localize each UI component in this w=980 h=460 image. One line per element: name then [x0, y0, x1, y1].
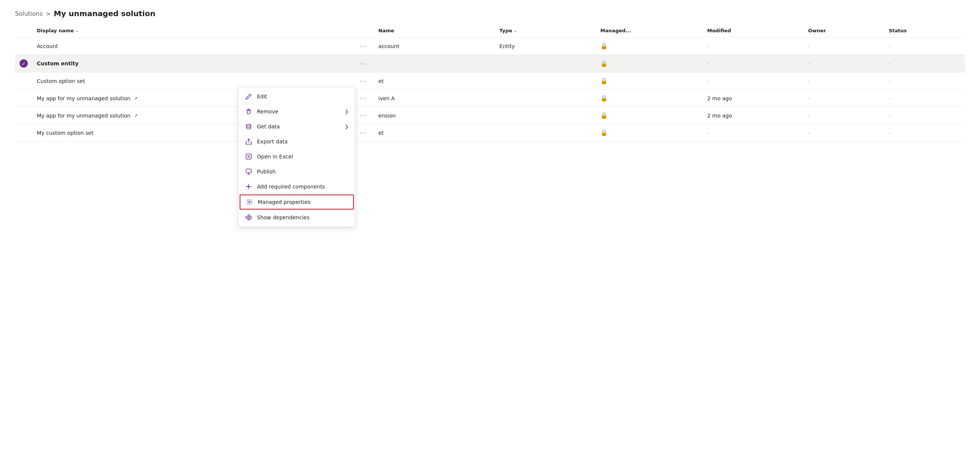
lock-icon-my-custom-option-set: 🔒 — [600, 129, 608, 136]
menu-item-managed-properties[interactable]: Managed properties — [240, 195, 354, 209]
col-header-name: Name — [374, 24, 495, 38]
row-type-my-app-2 — [495, 107, 596, 124]
row-dots-custom-option-set[interactable]: ⋯ — [355, 73, 374, 90]
sort-display-name[interactable]: Display name ⌄ — [37, 28, 79, 33]
external-link-icon-my-app-1: ↗ — [134, 96, 138, 102]
menu-item-edit[interactable]: Edit — [239, 89, 355, 104]
menu-item-export-data[interactable]: Export data — [239, 134, 355, 149]
table-row[interactable]: My custom option set ⋯ et 🔒 - - - — [15, 124, 965, 141]
sort-arrow-type: ⌄ — [514, 28, 517, 33]
col-header-type[interactable]: Type ⌄ — [495, 24, 596, 38]
row-owner-my-custom-option-set: - — [803, 124, 884, 141]
row-type-my-custom-option-set — [495, 124, 596, 141]
context-menu-trigger-my-app-1[interactable]: ⋯ — [360, 94, 367, 102]
menu-item-publish[interactable]: Publish — [239, 164, 355, 179]
col-header-check — [15, 24, 32, 38]
table-body: Account ⋯ account Entity 🔒 - - - ✓ — [15, 38, 965, 141]
row-display-name-custom-entity: Custom entity — [32, 55, 355, 73]
table-row[interactable]: My app for my unmanaged solution ↗ ⋯ ive… — [15, 90, 965, 107]
publish-icon — [245, 168, 253, 175]
menu-item-open-excel[interactable]: Open in Excel — [239, 149, 355, 164]
menu-item-remove[interactable]: Remove ❯ — [239, 104, 355, 119]
solutions-table: Display name ⌄ Name Type ⌄ Managed... — [15, 24, 965, 141]
row-check-custom-option-set — [15, 73, 32, 90]
menu-label-managed-properties: Managed properties — [258, 199, 348, 205]
row-name-my-custom-option-set: et — [374, 124, 495, 141]
arrow-icon-get-data: ❯ — [345, 124, 348, 129]
row-managed-my-app-2: 🔒 — [596, 107, 703, 124]
row-modified-my-custom-option-set: - — [703, 124, 804, 141]
lock-icon-custom-option-set: 🔒 — [600, 77, 608, 84]
row-check-custom-entity: ✓ — [15, 55, 32, 73]
row-dots-my-custom-option-set[interactable]: ⋯ — [355, 124, 374, 141]
row-display-name-account: Account — [32, 38, 355, 55]
row-managed-custom-entity: 🔒 — [596, 55, 703, 73]
context-menu-trigger-account[interactable]: ⋯ — [360, 42, 367, 50]
row-dots-custom-entity[interactable]: ⋯ — [355, 55, 374, 73]
menu-label-remove: Remove — [257, 108, 340, 114]
context-menu-trigger-custom-entity[interactable]: ⋯ — [360, 60, 367, 68]
row-name-my-app-1: iven A — [374, 90, 495, 107]
menu-label-get-data: Get data — [257, 124, 340, 130]
table-row[interactable]: Account ⋯ account Entity 🔒 - - - — [15, 38, 965, 55]
col-header-owner: Owner — [803, 24, 884, 38]
breadcrumb-separator: > — [46, 10, 51, 17]
row-check-my-custom-option-set — [15, 124, 32, 141]
table-container: Display name ⌄ Name Type ⌄ Managed... — [0, 24, 980, 141]
row-owner-my-app-1: - — [803, 90, 884, 107]
selected-check-icon: ✓ — [19, 59, 28, 68]
menu-label-show-dependencies: Show dependencies — [257, 214, 348, 220]
row-modified-custom-entity: - — [703, 55, 804, 73]
excel-icon — [245, 153, 253, 160]
lock-icon-my-app-1: 🔒 — [600, 95, 608, 102]
table-row[interactable]: Custom option set ⋯ et 🔒 - - - — [15, 73, 965, 90]
table-row[interactable]: ✓ Custom entity ⋯ 🔒 - - - — [15, 55, 965, 73]
col-header-display-name[interactable]: Display name ⌄ — [32, 24, 355, 38]
svg-rect-3 — [246, 169, 251, 173]
menu-label-export-data: Export data — [257, 138, 348, 144]
row-modified-custom-option-set: - — [703, 73, 804, 90]
row-dots-account[interactable]: ⋯ — [355, 38, 374, 55]
table-row[interactable]: My app for my unmanaged solution ↗ ⋯ ens… — [15, 107, 965, 124]
table-header: Display name ⌄ Name Type ⌄ Managed... — [15, 24, 965, 38]
menu-item-show-dependencies[interactable]: Show dependencies — [239, 210, 355, 225]
menu-label-edit: Edit — [257, 94, 348, 100]
sort-type[interactable]: Type ⌄ — [500, 28, 517, 33]
col-header-modified: Modified — [703, 24, 804, 38]
menu-label-open-excel: Open in Excel — [257, 154, 348, 160]
row-name-custom-option-set: et — [374, 73, 495, 90]
context-menu-trigger-my-custom-option-set[interactable]: ⋯ — [360, 129, 367, 137]
context-menu-trigger-custom-option-set[interactable]: ⋯ — [360, 77, 367, 85]
row-managed-my-app-1: 🔒 — [596, 90, 703, 107]
row-owner-account: - — [803, 38, 884, 55]
row-modified-my-app-2: 2 mo ago — [703, 107, 804, 124]
row-status-account: - — [884, 38, 965, 55]
row-owner-custom-option-set: - — [803, 73, 884, 90]
trash-icon — [245, 108, 253, 115]
row-dots-my-app-1[interactable]: ⋯ — [355, 90, 374, 107]
col-header-status: Status — [884, 24, 965, 38]
menu-item-get-data[interactable]: Get data ❯ — [239, 119, 355, 134]
arrow-icon-remove: ❯ — [345, 109, 348, 114]
svg-point-1 — [247, 124, 251, 126]
menu-label-add-required: Add required components — [257, 184, 348, 190]
lock-icon-account: 🔒 — [600, 43, 608, 49]
row-dots-my-app-2[interactable]: ⋯ — [355, 107, 374, 124]
svg-rect-5 — [246, 217, 248, 218]
context-menu: Edit Remove ❯ Get data ❯ — [239, 87, 355, 227]
row-type-custom-option-set — [495, 73, 596, 90]
breadcrumb-solutions[interactable]: Solutions — [15, 10, 43, 17]
lock-icon-custom-entity: 🔒 — [600, 60, 608, 67]
row-check-my-app-2 — [15, 107, 32, 124]
row-type-account: Entity — [495, 38, 596, 55]
row-status-my-app-2: - — [884, 107, 965, 124]
svg-point-4 — [249, 201, 251, 203]
menu-item-add-required[interactable]: Add required components — [239, 179, 355, 194]
context-menu-trigger-my-app-2[interactable]: ⋯ — [360, 111, 367, 119]
row-name-account: account — [374, 38, 495, 55]
gear-icon — [246, 198, 253, 206]
row-managed-account: 🔒 — [596, 38, 703, 55]
export-icon — [245, 138, 253, 145]
row-owner-my-app-2: - — [803, 107, 884, 124]
row-type-my-app-1 — [495, 90, 596, 107]
